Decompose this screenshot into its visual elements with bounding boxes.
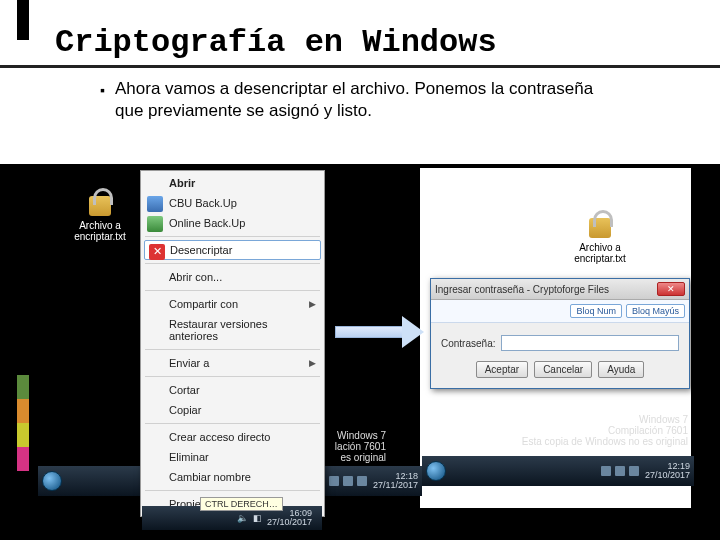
ctx-acceso-directo[interactable]: Crear acceso directo <box>143 427 322 447</box>
encrypted-file-icon-right[interactable]: Archivo a encriptar.txt <box>565 210 635 266</box>
network-icon[interactable]: ◧ <box>253 513 262 523</box>
bullet-text: ▪ Ahora vamos a desencriptar el archivo.… <box>40 78 680 122</box>
tray-icon[interactable] <box>629 466 639 476</box>
taskbar-clock[interactable]: 12:19 27/10/2017 <box>645 462 694 481</box>
file-label: Archivo a encriptar.txt <box>70 220 130 242</box>
dialog-title: Ingresar contraseña - Cryptoforge Files <box>435 284 609 295</box>
taskbar-right[interactable]: 12:19 27/10/2017 <box>422 456 694 486</box>
ctx-abrir-con[interactable]: Abrir con... <box>143 267 322 287</box>
bullet-marker: ▪ <box>100 78 105 122</box>
tray-icon[interactable] <box>601 466 611 476</box>
ctx-desencriptar[interactable]: ✕ Desencriptar <box>144 240 321 260</box>
tray-icon[interactable] <box>329 476 339 486</box>
lock-icon <box>83 188 117 218</box>
password-input[interactable] <box>501 335 679 351</box>
ctx-cbu-backup[interactable]: CBU Back.Up <box>143 193 322 213</box>
ctx-cambiar-nombre[interactable]: Cambiar nombre <box>143 467 322 487</box>
context-menu: Abrir CBU Back.Up Online Back.Up ✕ Desen… <box>140 170 325 517</box>
ctx-open[interactable]: Abrir <box>143 173 322 193</box>
taskbar-tooltip: CTRL DERECH… <box>200 497 283 511</box>
ctx-compartir[interactable]: Compartir con ▶ <box>143 294 322 314</box>
tray-icon[interactable] <box>343 476 353 486</box>
ctx-cortar[interactable]: Cortar <box>143 380 322 400</box>
taskbar-clock[interactable]: 12:18 27/11/2017 <box>373 472 422 491</box>
system-tray[interactable] <box>595 466 645 476</box>
ctx-enviar[interactable]: Enviar a ▶ <box>143 353 322 373</box>
chevron-right-icon: ▶ <box>309 358 316 368</box>
help-button[interactable]: Ayuda <box>598 361 644 378</box>
taskbar-clock[interactable]: 16:09 27/10/2017 <box>267 509 316 528</box>
start-orb[interactable] <box>42 471 62 491</box>
password-label: Contraseña: <box>441 338 495 349</box>
watermark-right: Windows 7 Compilación 7601 Esta copia de… <box>468 414 688 447</box>
cancel-button[interactable]: Cancelar <box>534 361 592 378</box>
slide-title: Criptografía en Windows <box>0 20 720 68</box>
ctx-copiar[interactable]: Copiar <box>143 400 322 420</box>
lock-icon <box>583 210 617 240</box>
speaker-icon[interactable]: 🔈 <box>237 513 248 523</box>
tray-icon[interactable] <box>357 476 367 486</box>
cloud-icon <box>147 216 163 232</box>
dialog-titlebar[interactable]: Ingresar contraseña - Cryptoforge Files … <box>431 279 689 300</box>
bullet-content: Ahora vamos a desencriptar el archivo. P… <box>115 78 620 122</box>
password-dialog: Ingresar contraseña - Cryptoforge Files … <box>430 278 690 389</box>
decrypt-icon: ✕ <box>149 244 165 260</box>
ctx-online-backup[interactable]: Online Back.Up <box>143 213 322 233</box>
ctx-eliminar[interactable]: Eliminar <box>143 447 322 467</box>
chevron-right-icon: ▶ <box>309 299 316 309</box>
ctx-restaurar[interactable]: Restaurar versiones anteriores <box>143 314 322 346</box>
close-icon[interactable]: ✕ <box>657 282 685 296</box>
accent-stripe <box>17 0 29 540</box>
flow-arrow <box>335 316 425 346</box>
numlock-indicator[interactable]: Bloq Num <box>570 304 622 318</box>
accept-button[interactable]: Aceptar <box>476 361 528 378</box>
start-orb[interactable] <box>426 461 446 481</box>
backup-icon <box>147 196 163 212</box>
tray-icon[interactable] <box>615 466 625 476</box>
capslock-indicator[interactable]: Bloq Mayús <box>626 304 685 318</box>
encrypted-file-icon-left[interactable]: Archivo a encriptar.txt <box>70 188 130 242</box>
file-label: Archivo a encriptar.txt <box>565 242 635 264</box>
